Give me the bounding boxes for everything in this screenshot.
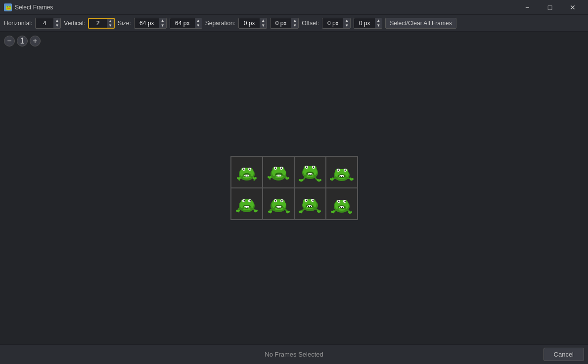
sprite-cell-1[interactable] bbox=[263, 156, 294, 188]
size-height-up[interactable]: ▲ bbox=[195, 18, 202, 23]
zoom-controls: − 1 + bbox=[4, 36, 41, 46]
svg-point-70 bbox=[274, 200, 276, 202]
size-width-spinner[interactable]: ▲ ▼ bbox=[134, 18, 167, 29]
svg-point-90 bbox=[310, 208, 312, 209]
svg-rect-24 bbox=[277, 176, 278, 177]
horizontal-spinner[interactable]: ▲ ▼ bbox=[35, 18, 61, 29]
vertical-down-arrow[interactable]: ▼ bbox=[107, 23, 114, 28]
off-x-up[interactable]: ▲ bbox=[343, 18, 350, 23]
vertical-up-arrow[interactable]: ▲ bbox=[107, 19, 114, 23]
sprite-cell-6[interactable] bbox=[294, 188, 326, 220]
size-width-up[interactable]: ▲ bbox=[159, 18, 166, 23]
sep-y-down[interactable]: ▼ bbox=[291, 23, 298, 28]
svg-rect-102 bbox=[342, 207, 343, 208]
size-width-down[interactable]: ▼ bbox=[159, 23, 166, 28]
vertical-label: Vertical: bbox=[64, 20, 85, 27]
svg-rect-88 bbox=[310, 206, 311, 207]
svg-point-44 bbox=[337, 170, 339, 171]
svg-rect-49 bbox=[342, 176, 343, 177]
vertical-input[interactable] bbox=[89, 20, 107, 27]
status-bar: No Frames Selected Cancel bbox=[0, 344, 588, 364]
sprite-cell-2[interactable] bbox=[294, 156, 326, 188]
off-x-down[interactable]: ▼ bbox=[343, 23, 350, 28]
svg-point-9 bbox=[249, 169, 250, 170]
off-y-down[interactable]: ▼ bbox=[375, 23, 382, 28]
svg-rect-74 bbox=[277, 207, 278, 208]
sep-x-up[interactable]: ▲ bbox=[260, 18, 267, 23]
svg-point-83 bbox=[306, 200, 307, 201]
svg-text:🐸: 🐸 bbox=[5, 4, 12, 11]
size-label: Size: bbox=[118, 20, 131, 27]
cancel-button[interactable]: Cancel bbox=[543, 348, 584, 361]
offset-x-spinner[interactable]: ▲ ▼ bbox=[322, 18, 351, 29]
svg-point-63 bbox=[248, 208, 250, 209]
svg-point-57 bbox=[249, 200, 251, 202]
horizontal-label: Horizontal: bbox=[4, 20, 32, 27]
zoom-out-button[interactable]: − bbox=[4, 36, 15, 46]
svg-point-62 bbox=[243, 207, 246, 208]
svg-point-35 bbox=[308, 173, 313, 175]
sprite-cell-0[interactable] bbox=[231, 156, 263, 188]
size-height-input[interactable] bbox=[170, 20, 195, 27]
svg-rect-101 bbox=[340, 207, 341, 208]
svg-point-21 bbox=[280, 168, 282, 169]
svg-rect-12 bbox=[245, 176, 246, 177]
off-y-up[interactable]: ▲ bbox=[375, 18, 382, 23]
offset-y-spinner[interactable]: ▲ ▼ bbox=[354, 18, 382, 29]
size-height-down[interactable]: ▼ bbox=[195, 23, 202, 28]
off-x-arrows: ▲ ▼ bbox=[343, 18, 350, 28]
size-height-arrows: ▲ ▼ bbox=[195, 18, 202, 28]
svg-rect-37 bbox=[311, 174, 312, 175]
offset-y-input[interactable] bbox=[354, 20, 375, 27]
sep-x-down[interactable]: ▼ bbox=[260, 23, 267, 28]
title-bar: 🐸 Select Frames − □ ✕ bbox=[0, 0, 588, 15]
vertical-spinner[interactable]: ▲ ▼ bbox=[88, 18, 115, 29]
horizontal-arrows: ▲ ▼ bbox=[53, 18, 60, 28]
size-width-arrows: ▲ ▼ bbox=[159, 18, 166, 28]
off-y-arrows: ▲ ▼ bbox=[375, 18, 382, 28]
svg-rect-13 bbox=[247, 176, 248, 177]
sprite-cell-4[interactable] bbox=[231, 188, 263, 220]
minimize-button[interactable]: − bbox=[516, 0, 539, 15]
close-button[interactable]: ✕ bbox=[561, 0, 584, 15]
maximize-button[interactable]: □ bbox=[539, 0, 561, 15]
main-canvas-area: − 1 + bbox=[0, 32, 588, 344]
svg-point-84 bbox=[312, 200, 314, 201]
sprite-cell-5[interactable] bbox=[263, 188, 294, 220]
window-controls: − □ ✕ bbox=[516, 0, 584, 15]
separation-x-spinner[interactable]: ▲ ▼ bbox=[238, 18, 267, 29]
svg-rect-25 bbox=[279, 176, 280, 177]
sprite-sheet-area bbox=[230, 156, 358, 220]
svg-rect-48 bbox=[340, 176, 341, 177]
size-height-spinner[interactable]: ▲ ▼ bbox=[170, 18, 202, 29]
svg-rect-61 bbox=[247, 207, 248, 208]
horizontal-input[interactable] bbox=[36, 20, 53, 27]
horizontal-down-arrow[interactable]: ▼ bbox=[53, 23, 60, 28]
svg-point-45 bbox=[344, 170, 346, 171]
separation-y-spinner[interactable]: ▲ ▼ bbox=[270, 18, 299, 29]
horizontal-up-arrow[interactable]: ▲ bbox=[53, 18, 60, 23]
svg-point-20 bbox=[274, 168, 276, 169]
svg-point-71 bbox=[281, 200, 282, 202]
sep-y-up[interactable]: ▲ bbox=[291, 18, 298, 23]
svg-point-32 bbox=[306, 167, 307, 168]
svg-point-47 bbox=[339, 175, 344, 177]
svg-point-100 bbox=[339, 206, 344, 208]
svg-point-98 bbox=[344, 201, 346, 202]
zoom-in-button[interactable]: + bbox=[30, 36, 41, 46]
svg-point-8 bbox=[243, 169, 244, 170]
separation-x-input[interactable] bbox=[239, 20, 260, 27]
sprite-cell-3[interactable] bbox=[326, 156, 358, 188]
sprite-cell-7[interactable] bbox=[326, 188, 358, 220]
offset-x-input[interactable] bbox=[322, 20, 343, 27]
size-width-input[interactable] bbox=[135, 20, 159, 27]
sprite-grid bbox=[230, 156, 358, 220]
svg-point-76 bbox=[275, 208, 277, 209]
svg-rect-75 bbox=[279, 207, 280, 208]
zoom-reset-button[interactable]: 1 bbox=[17, 36, 28, 46]
select-clear-all-button[interactable]: Select/Clear All Frames bbox=[385, 18, 456, 29]
window-title: Select Frames bbox=[15, 4, 516, 11]
svg-point-23 bbox=[276, 175, 281, 177]
svg-point-56 bbox=[243, 200, 245, 202]
separation-y-input[interactable] bbox=[271, 20, 291, 27]
